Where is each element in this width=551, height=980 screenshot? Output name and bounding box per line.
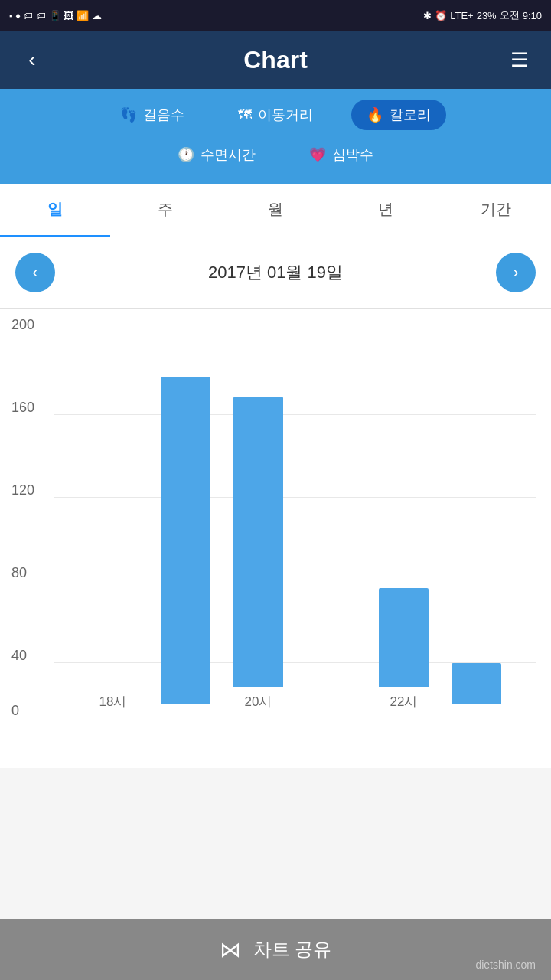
distance-icon: 🗺 [238, 107, 252, 123]
filter-heartrate[interactable]: 💗 심박수 [294, 139, 389, 170]
heartrate-icon: 💗 [309, 146, 326, 163]
share-bar[interactable]: ⋈ 차트 공유 dietshin.com [0, 919, 551, 980]
menu-button[interactable]: ☰ [502, 48, 536, 72]
top-nav: ‹ Chart ☰ [0, 31, 551, 89]
battery-label: 23% [477, 10, 497, 21]
bar-group-19 [149, 332, 222, 710]
status-icons: ▪ ♦ 🏷 🏷 📱 🖼 📶 ☁ [9, 10, 102, 21]
steps-label: 걸음수 [143, 106, 184, 124]
chart-area: 200 160 120 80 40 18시 [0, 309, 551, 768]
date-nav: ‹ 2017년 01월 19일 › [0, 237, 551, 309]
tab-year[interactable]: 년 [331, 184, 441, 237]
bar-group-23 [440, 332, 513, 710]
bar-group-22: 22시 [367, 332, 440, 710]
calories-label: 칼로리 [390, 106, 431, 124]
back-button[interactable]: ‹ [15, 47, 49, 72]
heartrate-label: 심박수 [332, 145, 373, 164]
current-date: 2017년 01월 19일 [208, 261, 343, 284]
bar-group-20: 20시 [222, 332, 295, 710]
tab-week[interactable]: 주 [110, 184, 220, 237]
tab-day[interactable]: 일 [0, 184, 110, 237]
alarm-icon: ⏰ [435, 10, 447, 21]
filter-row-2: 🕐 수면시간 💗 심박수 [15, 139, 536, 170]
filter-row-1: 👣 걸음수 🗺 이동거리 🔥 칼로리 [15, 100, 536, 130]
bar-22 [379, 588, 429, 687]
share-icon: ⋈ [220, 937, 241, 962]
filter-section: 👣 걸음수 🗺 이동거리 🔥 칼로리 🕐 수면시간 💗 심박수 [0, 89, 551, 184]
watermark: dietshin.com [475, 959, 536, 971]
filter-distance[interactable]: 🗺 이동거리 [223, 100, 328, 130]
filter-sleep[interactable]: 🕐 수면시간 [162, 139, 271, 170]
bar-group-21 [295, 332, 367, 710]
bluetooth-icon: ✱ [423, 10, 432, 21]
share-label: 차트 공유 [253, 937, 332, 962]
y-label-160: 160 [11, 399, 34, 415]
bar-label-20: 20시 [245, 693, 272, 710]
bars-area: 18시 20시 22시 [54, 332, 536, 710]
period-tabs: 일 주 월 년 기간 [0, 184, 551, 237]
sleep-icon: 🕐 [178, 146, 194, 163]
bar-19 [161, 377, 210, 704]
bar-23 [452, 663, 501, 704]
bar-group-18: 18시 [77, 332, 149, 710]
y-label-200: 200 [11, 316, 34, 332]
filter-steps[interactable]: 👣 걸음수 [105, 100, 200, 130]
bar-20 [233, 397, 283, 687]
time-label: 9:10 [523, 10, 542, 21]
page-title: Chart [243, 46, 308, 74]
share-bar-spacer [0, 768, 551, 829]
steps-icon: 👣 [120, 106, 137, 123]
chart-container: 200 160 120 80 40 18시 [54, 332, 536, 745]
status-right: ✱ ⏰ LTE+ 23% 오전 9:10 [423, 8, 542, 22]
status-left: ▪ ♦ 🏷 🏷 📱 🖼 📶 ☁ [9, 10, 102, 21]
y-label-120: 120 [11, 482, 34, 498]
sleep-label: 수면시간 [201, 145, 256, 164]
distance-label: 이동거리 [258, 106, 313, 124]
signal-label: LTE+ [450, 10, 473, 21]
status-text: 오전 [500, 8, 520, 22]
tab-range[interactable]: 기간 [441, 184, 551, 237]
bar-label-22: 22시 [390, 693, 418, 710]
y-label-40: 40 [11, 647, 27, 663]
y-label-0: 0 [11, 703, 19, 719]
y-label-80: 80 [11, 564, 27, 580]
status-bar: ▪ ♦ 🏷 🏷 📱 🖼 📶 ☁ ✱ ⏰ LTE+ 23% 오전 9:10 [0, 0, 551, 31]
date-prev-button[interactable]: ‹ [15, 253, 55, 292]
date-next-button[interactable]: › [496, 253, 536, 292]
calories-icon: 🔥 [367, 106, 383, 123]
filter-calories[interactable]: 🔥 칼로리 [351, 100, 446, 130]
bar-label-18: 18시 [99, 693, 127, 710]
tab-month[interactable]: 월 [220, 184, 331, 237]
